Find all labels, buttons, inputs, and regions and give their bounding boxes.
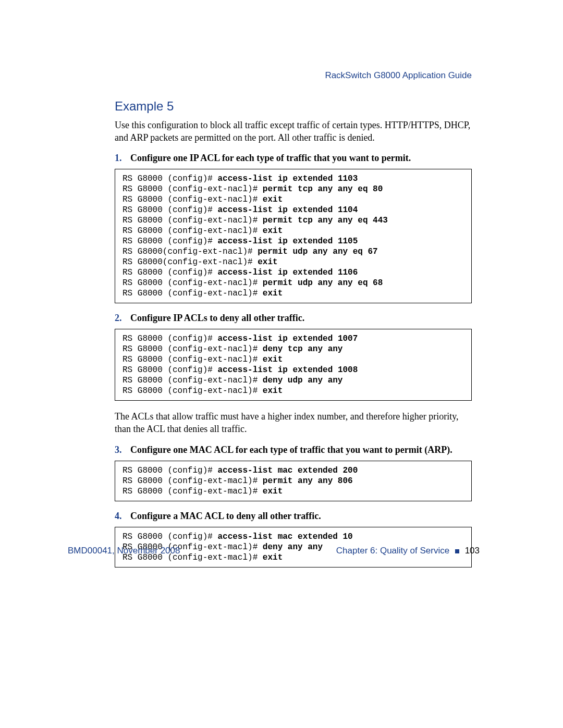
code-command: exit [263,289,283,298]
code-line: RS G8000(config-ext-nacl)# exit [123,257,464,267]
code-line: RS G8000 (config)# access-list ip extend… [123,174,464,184]
code-command: access-list ip extended 1007 [217,334,358,343]
code-line: RS G8000 (config)# access-list ip extend… [123,365,464,375]
code-command: access-list ip extended 1106 [217,268,358,277]
code-line: RS G8000 (config-ext-nacl)# exit [123,226,464,236]
code-prompt: RS G8000 (config)# [123,334,217,343]
code-line: RS G8000 (config-ext-nacl)# permit tcp a… [123,215,464,226]
step-item: 1.Configure one IP ACL for each type of … [99,153,472,303]
section-intro: Use this configuration to block all traf… [115,119,472,144]
code-line: RS G8000 (config-ext-nacl)# deny udp any… [123,375,464,386]
code-line: RS G8000 (config-ext-nacl)# exit [123,288,464,299]
code-prompt: RS G8000 (config-ext-macl)# [123,476,263,486]
code-prompt: RS G8000 (config-ext-nacl)# [123,386,263,396]
page: RackSwitch G8000 Application Guide Examp… [0,0,563,629]
code-line: RS G8000 (config-ext-nacl)# deny tcp any… [123,344,464,354]
step-number: 1. [115,153,130,164]
code-line: RS G8000(config-ext-nacl)# permit udp an… [123,246,464,257]
step-header: 4.Configure a MAC ACL to deny all other … [115,511,472,522]
code-line: RS G8000 (config)# access-list ip extend… [123,205,464,215]
code-command: access-list mac extended 200 [217,466,358,475]
code-line: RS G8000 (config-ext-macl)# exit [123,486,464,497]
code-line: RS G8000 (config-ext-nacl)# exit [123,386,464,396]
step-number: 4. [115,511,130,522]
code-line: RS G8000 (config)# access-list ip extend… [123,334,464,344]
code-prompt: RS G8000 (config-ext-macl)# [123,487,263,496]
code-prompt: RS G8000 (config)# [123,466,217,475]
code-prompt: RS G8000 (config-ext-nacl)# [123,184,263,194]
code-prompt: RS G8000 (config-ext-nacl)# [123,376,263,385]
code-command: exit [263,487,283,496]
square-bullet-icon [455,549,459,553]
code-command: access-list ip extended 1103 [217,174,358,183]
code-line: RS G8000 (config-ext-nacl)# permit tcp a… [123,184,464,194]
code-line: RS G8000 (config)# access-list ip extend… [123,236,464,246]
page-footer: BMD00041, November 2008 Chapter 6: Quali… [68,546,480,556]
code-command: permit udp any any eq 68 [263,278,383,288]
footer-right: Chapter 6: Quality of Service 103 [336,546,480,556]
code-command: exit [263,355,283,364]
code-line: RS G8000 (config-ext-nacl)# permit udp a… [123,278,464,288]
step-number: 2. [115,313,130,324]
code-prompt: RS G8000 (config-ext-nacl)# [123,226,263,236]
content-area: Example 5 Use this configuration to bloc… [115,99,472,567]
code-prompt: RS G8000 (config)# [123,174,217,183]
step-item: 2.Configure IP ACLs to deny all other tr… [99,313,472,436]
step-item: 4.Configure a MAC ACL to deny all other … [99,511,472,567]
footer-left: BMD00041, November 2008 [68,546,180,556]
step-header: 1.Configure one IP ACL for each type of … [115,153,472,164]
code-prompt: RS G8000 (config-ext-nacl)# [123,289,263,298]
page-number: 103 [465,546,480,556]
code-command: access-list ip extended 1105 [217,237,358,246]
code-line: RS G8000 (config)# access-list mac exten… [123,532,464,542]
code-prompt: RS G8000 (config-ext-nacl)# [123,355,263,364]
section-heading: Example 5 [115,99,472,114]
step-title: Configure one MAC ACL for each type of t… [130,445,452,455]
code-command: deny udp any any [263,376,343,385]
code-command: permit tcp any any eq 80 [263,184,383,194]
step-title: Configure a MAC ACL to deny all other tr… [130,511,321,522]
running-header: RackSwitch G8000 Application Guide [325,70,472,81]
code-command: exit [258,257,277,267]
step-item: 3.Configure one MAC ACL for each type of… [99,445,472,501]
code-command: deny tcp any any [263,344,343,354]
code-prompt: RS G8000 (config)# [123,268,217,277]
code-line: RS G8000 (config-ext-macl)# permit any a… [123,476,464,486]
step-header: 3.Configure one MAC ACL for each type of… [115,445,472,455]
code-block: RS G8000 (config)# access-list ip extend… [115,329,472,401]
code-block: RS G8000 (config)# access-list ip extend… [115,169,472,303]
code-command: access-list mac extended 10 [217,532,352,541]
step-header: 2.Configure IP ACLs to deny all other tr… [115,313,472,324]
code-prompt: RS G8000 (config-ext-nacl)# [123,216,263,225]
code-command: exit [263,386,283,396]
code-line: RS G8000 (config)# access-list ip extend… [123,267,464,278]
code-command: access-list ip extended 1104 [217,205,358,215]
code-command: access-list ip extended 1008 [217,365,358,375]
code-line: RS G8000 (config-ext-nacl)# exit [123,354,464,365]
code-block: RS G8000 (config)# access-list mac exten… [115,461,472,501]
code-command: permit udp any any eq 67 [258,247,377,256]
step-title: Configure IP ACLs to deny all other traf… [130,313,304,324]
code-prompt: RS G8000 (config)# [123,237,217,246]
footer-chapter: Chapter 6: Quality of Service [336,546,449,556]
code-command: exit [263,226,283,236]
code-prompt: RS G8000 (config-ext-nacl)# [123,278,263,288]
code-command: permit any any 806 [263,476,353,486]
step-note: The ACLs that allow traffic must have a … [115,410,472,436]
code-prompt: RS G8000(config-ext-nacl)# [123,247,258,256]
code-prompt: RS G8000(config-ext-nacl)# [123,257,258,267]
step-title: Configure one IP ACL for each type of tr… [130,153,411,164]
code-prompt: RS G8000 (config)# [123,205,217,215]
code-command: permit tcp any any eq 443 [263,216,388,225]
code-line: RS G8000 (config-ext-nacl)# exit [123,194,464,205]
code-prompt: RS G8000 (config-ext-nacl)# [123,344,263,354]
step-number: 3. [115,445,130,455]
code-prompt: RS G8000 (config-ext-nacl)# [123,195,263,204]
code-command: exit [263,195,283,204]
steps-list: 1.Configure one IP ACL for each type of … [99,153,472,568]
code-prompt: RS G8000 (config)# [123,365,217,375]
code-prompt: RS G8000 (config)# [123,532,217,541]
code-line: RS G8000 (config)# access-list mac exten… [123,465,464,476]
